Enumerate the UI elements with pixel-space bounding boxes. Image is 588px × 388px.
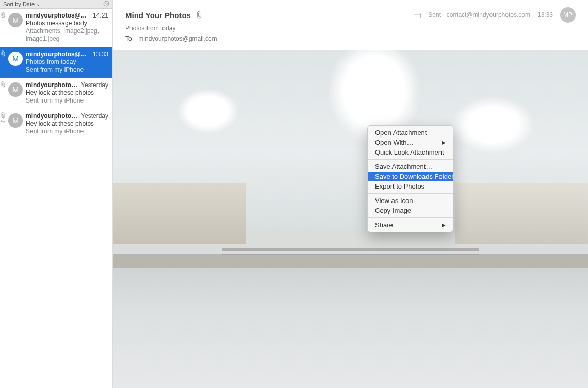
menu-item-label: Share	[375, 221, 393, 229]
menu-item-label: Quick Look Attachment	[375, 148, 444, 156]
filter-icon[interactable]	[103, 1, 109, 8]
message-sender: mindyourphotos@gmail.c…	[26, 12, 90, 19]
attachment-icon	[1, 50, 6, 57]
message-sender: mindyourphotos@ya…	[26, 81, 78, 89]
message-sender: mindyourphotos@ya…	[26, 112, 78, 120]
menu-item-label: Save Attachment…	[375, 163, 432, 171]
menu-item-label: Open Attachment	[375, 129, 427, 137]
menu-item[interactable]: View as Icon	[368, 196, 453, 206]
menu-item-label: Export to Photos	[375, 182, 424, 190]
message-subject: Photos from today	[26, 58, 108, 65]
reply-arrow-icon: ↪	[1, 119, 5, 124]
avatar: M	[8, 82, 23, 97]
message-time: 14:21	[93, 12, 108, 19]
menu-item[interactable]: Save to Downloads Folder	[368, 172, 453, 181]
menu-separator	[368, 193, 453, 194]
folder-label: Sent - contact@mindyourphotos.com	[428, 11, 530, 19]
menu-item[interactable]: Export to Photos	[368, 181, 453, 191]
message-list: Mmindyourphotos@gmail.c…14:21Photos mess…	[0, 9, 112, 388]
message-subject: Hey look at these photos	[26, 120, 108, 127]
message-list-toolbar: Sort by Date	[0, 0, 112, 9]
to-value: mindyourphotos@gmail.com	[138, 35, 217, 42]
message-preview: Attachments: image2.jpeg, image1.jpeg	[26, 27, 108, 43]
attachment-image[interactable]	[113, 50, 588, 388]
menu-item[interactable]: Open Attachment	[368, 128, 453, 138]
message-subject: Hey look at these photos	[26, 89, 108, 96]
sender-display-name: Mind Your Photos	[125, 11, 191, 20]
menu-item-label: View as Icon	[375, 197, 413, 205]
message-time: Yesterday	[81, 112, 108, 120]
menu-separator	[368, 159, 453, 160]
message-list-item[interactable]: Mmindyourphotos@gmail.…13:33Photos from …	[0, 47, 112, 78]
attachment-icon	[1, 12, 6, 18]
svg-rect-1	[414, 13, 421, 18]
menu-item-label: Open With…	[375, 139, 413, 146]
message-preview: Sent from my iPhone	[26, 128, 108, 136]
sender-avatar[interactable]: MP	[560, 7, 576, 23]
message-header: Mind Your Photos Sent - contact@mindyour…	[113, 0, 588, 47]
menu-item[interactable]: Save Attachment…	[368, 162, 453, 172]
attachment-image-area[interactable]	[113, 50, 588, 388]
attachment-icon[interactable]	[196, 11, 202, 19]
message-list-sidebar: Sort by Date Mmindyourphotos@gmail.c…14:…	[0, 0, 113, 388]
menu-item-label: Save to Downloads Folder	[375, 173, 453, 180]
to-label: To:	[125, 35, 134, 42]
attachment-icon	[1, 112, 6, 119]
message-subject: Photos from today	[125, 25, 576, 32]
message-content-pane: Mind Your Photos Sent - contact@mindyour…	[113, 0, 588, 388]
message-time: Yesterday	[81, 81, 108, 89]
message-list-item[interactable]: Mmindyourphotos@gmail.c…14:21Photos mess…	[0, 9, 112, 47]
folder-icon	[414, 12, 421, 18]
menu-item[interactable]: Quick Look Attachment	[368, 147, 453, 157]
svg-point-0	[104, 1, 109, 6]
message-list-item[interactable]: ↪Mmindyourphotos@ya…YesterdayHey look at…	[0, 109, 112, 140]
message-time: 13:33	[93, 50, 108, 58]
context-menu: Open AttachmentOpen With…▶Quick Look Att…	[367, 125, 453, 232]
submenu-arrow-icon: ▶	[442, 140, 446, 145]
message-sender: mindyourphotos@gmail.…	[26, 50, 90, 58]
sort-button[interactable]: Sort by Date	[3, 1, 40, 7]
message-subject: Photos message body	[26, 20, 108, 27]
submenu-arrow-icon: ▶	[442, 222, 446, 228]
message-preview: Sent from my iPhone	[26, 97, 108, 105]
avatar: M	[8, 52, 23, 66]
menu-item[interactable]: Open With…▶	[368, 138, 453, 147]
menu-separator	[368, 217, 453, 218]
message-time: 13:33	[537, 11, 553, 19]
message-preview: Sent from my iPhone	[26, 66, 108, 74]
avatar: M	[8, 113, 23, 128]
menu-item[interactable]: Share▶	[368, 220, 453, 230]
menu-item[interactable]: Copy Image	[368, 206, 453, 215]
message-recipients: To: mindyourphotos@gmail.com	[125, 35, 576, 42]
mail-app: Sort by Date Mmindyourphotos@gmail.c…14:…	[0, 0, 588, 388]
attachment-icon	[1, 81, 6, 88]
message-list-item[interactable]: Mmindyourphotos@ya…YesterdayHey look at …	[0, 78, 112, 109]
menu-item-label: Copy Image	[375, 207, 411, 214]
avatar: M	[8, 13, 23, 27]
